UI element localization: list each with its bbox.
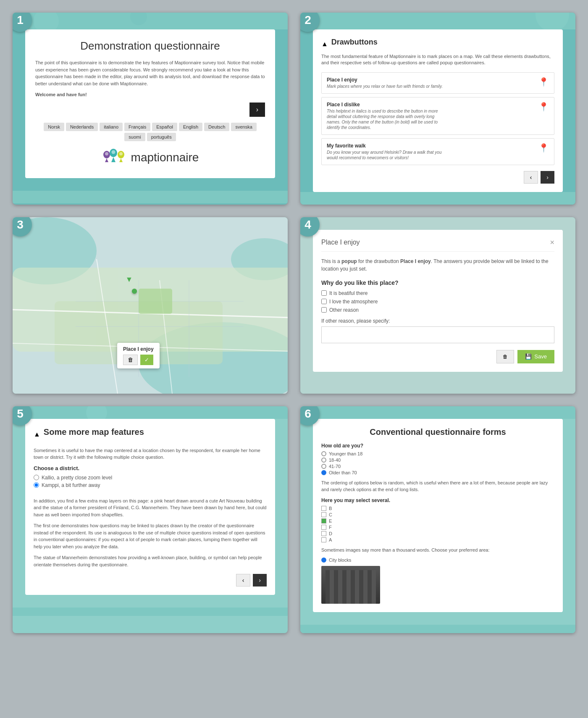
age-option-1: Younger than 18 bbox=[321, 451, 554, 456]
svg-point-10 bbox=[119, 152, 123, 155]
multi-option-f: F bbox=[321, 525, 554, 530]
draw-item-3: My favorite walk Do you know your way ar… bbox=[321, 138, 554, 165]
svg-marker-8 bbox=[111, 157, 116, 162]
radio-age-2-icon bbox=[321, 458, 326, 463]
svg-point-1 bbox=[34, 13, 59, 29]
lang-norsk[interactable]: Norsk bbox=[44, 123, 64, 131]
lang-english[interactable]: English bbox=[179, 123, 202, 131]
option-atmosphere: I love the atmosphere bbox=[321, 299, 554, 305]
purple-pin-icon: 📍 bbox=[538, 143, 549, 153]
other-reason-input[interactable] bbox=[321, 326, 554, 343]
draw-item-2-name: Place I dislike bbox=[327, 102, 444, 108]
radio-age-3-icon bbox=[321, 464, 326, 469]
radio-kamppi-input[interactable] bbox=[34, 482, 39, 488]
place-enjoy-popup: Place I enjoy 🗑 ✓ bbox=[117, 343, 160, 368]
card-5-next-btn[interactable]: › bbox=[253, 574, 267, 586]
checkbox-atmosphere[interactable] bbox=[321, 299, 327, 304]
lang-italiano[interactable]: italiano bbox=[100, 123, 123, 131]
checkbox-d-icon bbox=[321, 531, 326, 536]
map-pin: ● bbox=[131, 284, 138, 297]
card-1-desc: The point of this questionnaire is to de… bbox=[35, 59, 265, 87]
card-1-next-btn[interactable]: › bbox=[249, 103, 265, 117]
card-2-title: Drawbuttons bbox=[331, 38, 378, 47]
svg-rect-29 bbox=[13, 406, 288, 419]
svg-rect-12 bbox=[300, 13, 575, 29]
age-option-4: Older than 70 bbox=[321, 470, 554, 475]
draw-item-2: Place I dislike This helptext in italics… bbox=[321, 97, 554, 135]
svg-rect-28 bbox=[139, 289, 172, 314]
checkbox-b-icon bbox=[321, 506, 326, 511]
popup-close-btn[interactable]: × bbox=[550, 238, 554, 247]
card-5-title: Some more map features bbox=[44, 427, 144, 437]
option-beautiful: It is beatiful there bbox=[321, 290, 554, 296]
svg-marker-5 bbox=[105, 158, 108, 162]
card-5-desc1: Sometimes it is useful to have the map c… bbox=[34, 447, 267, 461]
card-1-welcome: Welcome and have fun! bbox=[35, 91, 265, 98]
card-5-inner: ▲ Some more map features Sometimes it is… bbox=[25, 419, 275, 595]
popup-question: Why do you like this place? bbox=[321, 279, 554, 286]
lang-suomi[interactable]: suomi bbox=[124, 133, 145, 141]
save-label: Save bbox=[534, 353, 547, 360]
checkbox-other[interactable] bbox=[321, 307, 327, 313]
card-5-nav: ‹ › bbox=[34, 574, 267, 586]
lang-svenska[interactable]: svenska bbox=[231, 123, 256, 131]
card-2-next-btn[interactable]: › bbox=[541, 171, 554, 184]
svg-point-30 bbox=[86, 406, 107, 419]
card-2-nav: ‹ › bbox=[321, 171, 554, 184]
multi-question: Here you may select several. bbox=[321, 497, 554, 503]
multi-option-e: E bbox=[321, 518, 554, 523]
draw-item-1-name: Place I enjoy bbox=[327, 77, 443, 83]
logo-area: maptionnaire bbox=[35, 147, 265, 168]
card-2-prev-btn[interactable]: ‹ bbox=[524, 171, 538, 184]
card-3: 3 bbox=[13, 217, 288, 394]
card-6-inner: Conventional questionnaire forms How old… bbox=[313, 419, 563, 613]
image-question: Sometimes images say more than a thousan… bbox=[321, 547, 554, 554]
building-image bbox=[321, 566, 380, 604]
language-buttons: Norsk Nederlands italiano Français Españ… bbox=[35, 123, 265, 141]
save-icon: 💾 bbox=[525, 353, 532, 360]
popup-footer: 🗑 💾 Save bbox=[321, 350, 554, 363]
checkbox-a-icon bbox=[321, 537, 326, 542]
place-enjoy-label: Place I enjoy bbox=[123, 346, 154, 352]
popup-description: This is a popup for the drawbutton Place… bbox=[321, 258, 554, 273]
place-delete-btn[interactable]: 🗑 bbox=[123, 355, 138, 365]
green-pin-icon: 📍 bbox=[538, 77, 549, 87]
multi-option-b: B bbox=[321, 506, 554, 511]
logo-text: maptionnaire bbox=[131, 151, 199, 164]
place-confirm-btn[interactable]: ✓ bbox=[140, 355, 153, 365]
radio-age-4-icon bbox=[321, 470, 326, 475]
svg-point-7 bbox=[111, 150, 115, 154]
multi-option-d: D bbox=[321, 531, 554, 536]
card-1: 1 Demonstration questionnaire The point … bbox=[13, 13, 288, 205]
lang-espanol[interactable]: Español bbox=[152, 123, 177, 131]
popup-header: Place I enjoy × bbox=[321, 238, 554, 252]
radio-kallio-input[interactable] bbox=[34, 475, 39, 480]
checkbox-beautiful[interactable] bbox=[321, 290, 327, 296]
other-reason-label: If other reason, please specify: bbox=[321, 318, 554, 324]
age-option-2: 18-40 bbox=[321, 458, 554, 463]
draw-item-1: Place I enjoy Mark places where you rela… bbox=[321, 72, 554, 94]
card-2-desc: The most fundamental feature of Maptionn… bbox=[321, 53, 554, 66]
card-5-prev-btn[interactable]: ‹ bbox=[236, 574, 251, 586]
multi-option-c: C bbox=[321, 512, 554, 517]
lang-deutsch[interactable]: Deutsch bbox=[204, 123, 229, 131]
card-5: 5 ▲ Some more map features Sometimes it … bbox=[13, 406, 288, 634]
popup-delete-btn[interactable]: 🗑 bbox=[496, 350, 514, 363]
card-6: 6 Conventional questionnaire forms How o… bbox=[300, 406, 575, 634]
radio-kamppi: Kamppi, a bit further away bbox=[34, 482, 267, 488]
logo-icon bbox=[102, 147, 127, 168]
card-2: 2 ▲ Drawbuttons The most fundamental fea… bbox=[300, 13, 575, 205]
lang-francais[interactable]: Français bbox=[124, 123, 150, 131]
red-pin-icon: 📍 bbox=[538, 102, 549, 112]
age-option-3: 41-70 bbox=[321, 464, 554, 469]
multi-option-a: A bbox=[321, 537, 554, 542]
radio-city-icon bbox=[321, 558, 326, 563]
card-5-desc2: In addition, you find a few extra map la… bbox=[34, 497, 267, 518]
lang-nederlands[interactable]: Nederlands bbox=[66, 123, 98, 131]
checkbox-c-icon bbox=[321, 512, 326, 517]
draw-item-3-desc: Do you know your way around Helsinki? Dr… bbox=[327, 150, 444, 160]
lang-portugues[interactable]: português bbox=[147, 133, 176, 141]
card-4-inner: Place I enjoy × This is a popup for the … bbox=[313, 230, 563, 372]
popup-save-btn[interactable]: 💾 Save bbox=[517, 350, 554, 363]
map-marker-icon: ▼ bbox=[126, 275, 133, 284]
